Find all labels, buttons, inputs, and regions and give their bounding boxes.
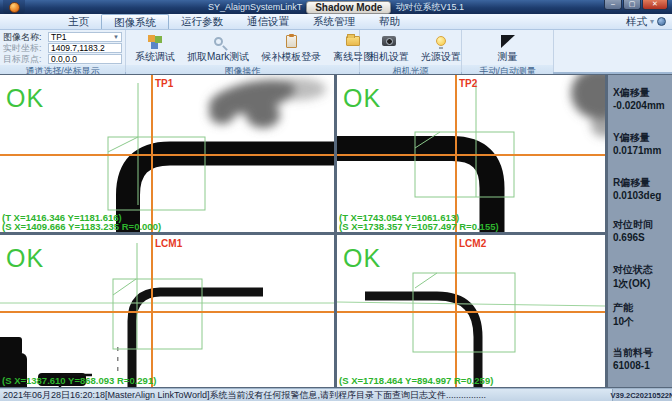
target-origin-label: 目标原点: — [3, 53, 48, 66]
align-time-value: 0.696S — [613, 232, 671, 243]
version-label: V39.2C20210522N — [612, 389, 672, 401]
camera-grid: OK TP1 (T X=1416.346 Y=1181.616) (S X=14… — [0, 74, 672, 388]
y-offset-label: Y偏移量 — [613, 131, 671, 145]
s-coords: (S X=1718.464 Y=894.997 R=0.259) — [339, 375, 493, 386]
menubar: 主页 图像系统 运行参数 通信设置 系统管理 帮助 样式 ▾ — [0, 14, 672, 30]
group-measure: 测量 手动/自动测量 — [462, 30, 554, 72]
style-menu[interactable]: 样式 ▾ — [626, 15, 672, 29]
camera-label: LCM1 — [155, 238, 183, 249]
chevron-down-icon: ▾ — [650, 17, 654, 26]
group-channel-coords: 图像名称: TP1 ▼ 实时坐标: 目标原点: — [0, 30, 126, 72]
align-status-value: 1次(OK) — [613, 277, 671, 291]
close-button[interactable]: ✕ — [642, 0, 668, 10]
template-register-label: 候补模板登录 — [261, 50, 321, 64]
gray-blob — [571, 75, 605, 137]
app-logo-orb[interactable] — [3, 0, 25, 14]
window-controls: – ▢ ✕ — [604, 0, 668, 10]
gray-blob — [206, 75, 326, 128]
dropdown-arrow-icon: ▼ — [113, 34, 119, 40]
realtime-coord-field[interactable] — [51, 44, 119, 52]
camera-settings-button[interactable]: 相机设置 — [363, 31, 415, 64]
camera-settings-label: 相机设置 — [369, 50, 409, 64]
template-register-button[interactable]: 候补模板登录 — [255, 31, 327, 64]
folder-icon — [346, 33, 360, 49]
grab-mark-test-label: 抓取Mark测试 — [187, 50, 249, 64]
y-offset-value: 0.0171mm — [613, 145, 671, 156]
s-coords: (S X=1387.610 Y=868.093 R=0.291) — [2, 375, 156, 386]
camera-view-lcm2: OK LCM2 (S X=1718.464 Y=894.997 R=0.259) — [337, 235, 605, 387]
s-coords: (S X=1409.666 Y=1183.235 R=0.000) — [2, 221, 161, 232]
bulb-icon — [436, 33, 446, 49]
image-name-value: TP1 — [51, 32, 67, 42]
system-debug-button[interactable]: 系统调试 — [129, 31, 181, 64]
camera-view-tp1: OK TP1 (T X=1416.346 Y=1181.616) (S X=14… — [0, 75, 334, 232]
x-offset-label: X偏移量 — [613, 86, 671, 100]
target-origin-field[interactable] — [51, 55, 119, 63]
maximize-button[interactable]: ▢ — [623, 0, 641, 10]
grab-mark-test-button[interactable]: 抓取Mark测试 — [181, 31, 255, 64]
minimize-button[interactable]: – — [604, 0, 622, 10]
measure-label: 测量 — [498, 50, 518, 64]
ribbon-toolbar: 图像名称: TP1 ▼ 实时坐标: 目标原点: — [0, 30, 672, 74]
menu-item-home[interactable]: 主页 — [56, 14, 101, 29]
menu-item-run-params[interactable]: 运行参数 — [169, 14, 235, 29]
statusbar: 2021年06月28日16:20:18[MasterAlign LinkToWo… — [0, 388, 672, 401]
menu-item-help[interactable]: 帮助 — [367, 14, 412, 29]
camera-icon — [382, 33, 396, 49]
caliper-icon — [501, 33, 515, 49]
camera-label: TP2 — [459, 78, 478, 89]
throughput-value: 10个 — [613, 315, 671, 329]
menu-item-image-system[interactable]: 图像系统 — [101, 14, 169, 29]
ribbon-spacer — [554, 30, 672, 72]
camera-label: TP1 — [155, 78, 174, 89]
part-number-value: 61008-1 — [613, 360, 671, 371]
camera-label: LCM2 — [459, 238, 487, 249]
magnifier-icon — [214, 33, 223, 49]
throughput-label: 产能 — [613, 301, 671, 315]
speckles — [117, 347, 119, 371]
image-name-dropdown[interactable]: TP1 ▼ — [48, 32, 122, 42]
crosshair — [0, 235, 334, 387]
app-window: SY_AlaignSystemLinkT Shadow Mode 动对位系统V1… — [0, 0, 672, 401]
group-camera-light: 相机设置 光源设置 相机光源 — [360, 30, 462, 72]
measure-button[interactable]: 测量 — [492, 31, 524, 64]
light-settings-button[interactable]: 光源设置 — [415, 31, 467, 64]
status-ok: OK — [6, 84, 44, 112]
logo-icon — [9, 2, 20, 13]
menu-item-system-mgmt[interactable]: 系统管理 — [301, 14, 367, 29]
debug-cubes-icon — [148, 33, 163, 49]
system-debug-label: 系统调试 — [135, 50, 175, 64]
status-ok: OK — [6, 244, 44, 272]
titlebar: SY_AlaignSystemLinkT Shadow Mode 动对位系统V1… — [0, 0, 672, 14]
window-title-right: 动对位系统V15.1 — [395, 1, 464, 14]
clipboard-icon — [286, 33, 297, 49]
status-ok: OK — [343, 84, 381, 112]
trace-path — [365, 296, 478, 387]
results-sidebar: X偏移量-0.0204mm Y偏移量0.0171mm R偏移量0.0103deg… — [608, 75, 672, 387]
shadow-mode-badge: Shadow Mode — [306, 1, 391, 14]
status-message: 2021年06月28日16:20:18[MasterAlign LinkToWo… — [0, 389, 612, 401]
menu-item-comm-settings[interactable]: 通信设置 — [235, 14, 301, 29]
light-settings-label: 光源设置 — [421, 50, 461, 64]
align-time-label: 对位时间 — [613, 218, 671, 232]
align-status-label: 对位状态 — [613, 263, 671, 277]
group-image-ops: 系统调试 抓取Mark测试 候补模板登录 离线导图 图像操作 — [126, 30, 360, 72]
s-coords: (S X=1738.357 Y=1057.497 R=0.155) — [339, 221, 499, 232]
part-number-label: 当前料号 — [613, 346, 671, 360]
camera-view-lcm1: OK LCM1 (S X=1387.610 Y=868.093 R=0.291) — [0, 235, 334, 387]
r-offset-label: R偏移量 — [613, 176, 671, 190]
x-offset-value: -0.0204mm — [613, 100, 671, 111]
style-options-icon — [657, 17, 666, 26]
camera-view-tp2: OK TP2 (T X=1743.054 Y=1061.613) (S X=17… — [337, 75, 605, 232]
r-offset-value: 0.0103deg — [613, 190, 671, 201]
status-ok: OK — [343, 244, 381, 272]
style-menu-label: 样式 — [626, 15, 647, 29]
window-title-left: SY_AlaignSystemLinkT — [208, 2, 302, 12]
